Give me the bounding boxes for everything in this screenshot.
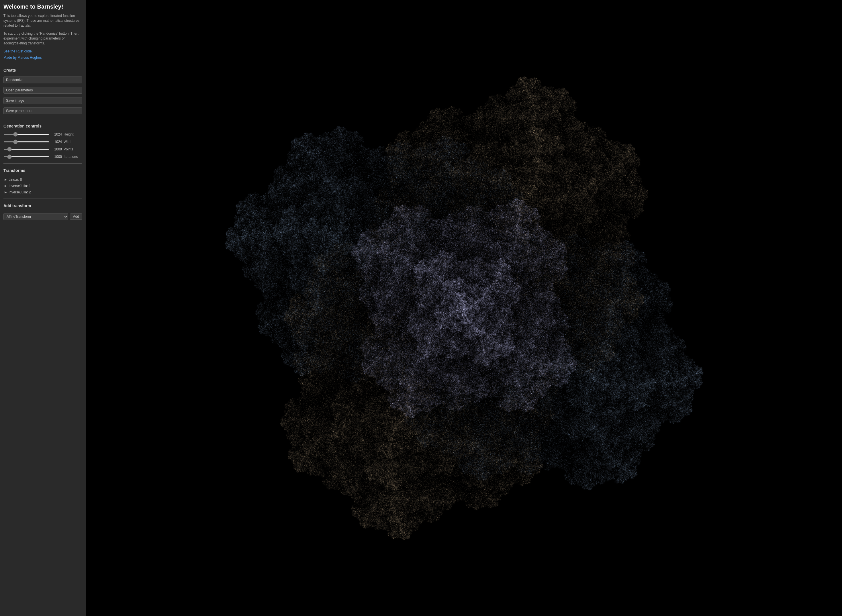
transform-label-2: InverseJulia: 2 (9, 190, 31, 194)
points-control-row: 1000 Points (3, 147, 82, 151)
transform-item-1[interactable]: ▶ InverseJulia: 1 (3, 183, 82, 189)
transform-type-select[interactable]: AffineTransform InverseJulia Linear (3, 213, 68, 220)
description-1: This tool allows you to explore iterated… (3, 13, 82, 28)
page-title: Welcome to Barnsley! (3, 3, 82, 10)
height-control-row: 1024 Height (3, 132, 82, 136)
transform-arrow-2: ▶ (4, 191, 7, 194)
transform-label-1: InverseJulia: 1 (9, 184, 31, 188)
height-label: Height (64, 132, 82, 136)
divider-2 (3, 119, 82, 119)
transform-label-0: Linear: 0 (9, 177, 22, 182)
height-value: 1024 (51, 132, 62, 136)
save-image-button[interactable]: Save image (3, 97, 82, 104)
add-transform-title: Add transform (3, 204, 82, 208)
divider-4 (3, 198, 82, 199)
sidebar: Welcome to Barnsley! This tool allows yo… (0, 0, 86, 616)
add-transform-button[interactable]: Add (70, 213, 82, 220)
randomize-button[interactable]: Randomize (3, 76, 82, 84)
points-label: Points (64, 147, 82, 151)
points-value: 1000 (51, 147, 62, 151)
width-slider[interactable] (3, 141, 49, 142)
divider-1 (3, 63, 82, 63)
iterations-value: 1000 (51, 155, 62, 159)
divider-3 (3, 163, 82, 164)
iterations-label: Iterations (64, 155, 82, 159)
transforms-section-title: Transforms (3, 168, 82, 173)
transform-item-0[interactable]: ▶ Linear: 0 (3, 177, 82, 182)
generation-controls-title: Generation controls (3, 124, 82, 128)
points-slider[interactable] (3, 149, 49, 150)
transform-arrow-1: ▶ (4, 184, 7, 188)
fractal-display (86, 0, 842, 616)
width-label: Width (64, 140, 82, 144)
iterations-slider[interactable] (3, 156, 49, 157)
add-transform-row: AffineTransform InverseJulia Linear Add (3, 213, 82, 220)
fractal-canvas (86, 0, 842, 616)
author-link[interactable]: Made by Marcus Hughes (3, 56, 82, 60)
iterations-control-row: 1000 Iterations (3, 155, 82, 159)
transforms-list: ▶ Linear: 0 ▶ InverseJulia: 1 ▶ InverseJ… (3, 177, 82, 195)
transform-item-2[interactable]: ▶ InverseJulia: 2 (3, 189, 82, 195)
width-value: 1024 (51, 140, 62, 144)
create-section-title: Create (3, 68, 82, 72)
open-parameters-button[interactable]: Open parameters (3, 87, 82, 94)
description-2: To start, try clicking the 'Randomize' b… (3, 31, 82, 45)
rust-code-link[interactable]: See the Rust code. (3, 49, 82, 53)
width-control-row: 1024 Width (3, 140, 82, 144)
height-slider[interactable] (3, 134, 49, 135)
save-parameters-button[interactable]: Save parameters (3, 107, 82, 114)
transform-arrow-0: ▶ (4, 178, 7, 181)
